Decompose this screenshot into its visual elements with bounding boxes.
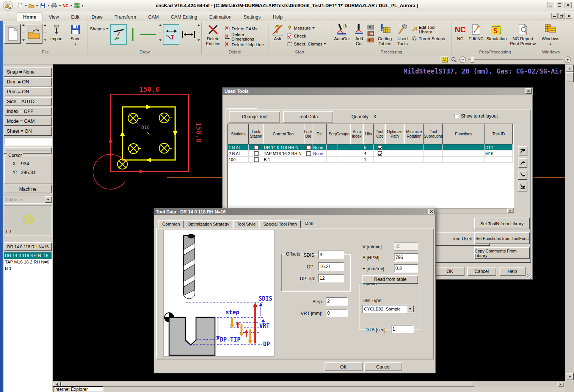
sheet-clamps-button[interactable]: Sheet, Clamps [286,40,327,47]
tab-special-tool-path[interactable]: Special Tool Path [259,220,301,228]
set-functions-from-toolfunc-button[interactable]: Set Functions from ToolFunc [474,232,530,244]
table-row[interactable]: 100 B 1 1 [228,157,513,163]
open-icon[interactable] [28,2,35,9]
move-top-button[interactable] [518,146,527,156]
punch-machine-icon-3[interactable] [367,37,374,43]
combo-dropdown-icon[interactable] [45,196,52,203]
read-from-table-button[interactable]: Read from table [362,275,418,284]
turret-setups-button[interactable]: Turret Setups [411,35,451,42]
column-header[interactable]: Current Tool [263,124,304,144]
master-combobox[interactable]: 0 Master [4,196,52,204]
draw-vertical-line-button[interactable] [128,24,137,45]
tab-drill[interactable]: Drill [301,219,317,228]
snap-toggle-button[interactable]: Snap = None [4,67,52,77]
dimension-horizontal-button[interactable] [180,24,196,45]
proc-toggle-button[interactable]: Proc = ON [4,87,52,96]
open-button[interactable] [26,24,42,44]
scroll-right-button[interactable] [557,382,564,387]
tab-cam[interactable]: CAM [142,13,165,21]
column-header[interactable]: Tool ID [485,124,513,144]
current-tool-button[interactable]: DR 14 0 118 RH N=16 [4,242,52,251]
draw-line-button[interactable] [110,24,127,45]
column-header[interactable]: Tool Subroutine [424,124,443,144]
warning-smiley-button[interactable] [441,56,448,63]
dim-toggle-button[interactable]: Dim. = ON [4,77,52,86]
column-header[interactable]: Hits [363,124,374,144]
dp-input[interactable] [318,262,344,271]
nc-button[interactable]: NC NC [453,23,468,47]
machine-button[interactable]: Machine [4,185,52,193]
nc-quick-button[interactable]: NC [62,2,69,9]
mdi-minimize-button[interactable] [551,13,558,19]
tab-tool-style[interactable]: Tool Style [233,220,260,228]
tool-data-close-button[interactable] [428,209,434,214]
minimize-button[interactable] [547,2,554,8]
tab-transform[interactable]: Transform [108,13,142,21]
edit-nc-button[interactable]: Edit NC [468,23,485,47]
mode-toggle-button[interactable]: Mode = CAM [4,117,52,126]
draw-spinner-2[interactable] [197,23,201,42]
used-tools-titlebar[interactable]: Used Tools [223,88,533,95]
tab-estimation[interactable]: Estimation [203,13,237,21]
column-header[interactable]: Minimize Rotation [404,124,424,144]
index-toggle-button[interactable]: Index = OFF [4,107,52,116]
resize-grip[interactable] [527,274,532,279]
tool-list-item[interactable]: TAP M16 16 2 RH N=6 [4,259,52,265]
column-header[interactable]: Optimize Path [385,124,404,144]
tool-data-titlebar[interactable]: Tool Data - DR 14 0 118 RH N=16 [154,208,436,215]
move-bottom-button[interactable] [518,182,527,191]
tab-help[interactable]: Help [267,13,289,21]
change-tool-button[interactable]: Change Tool [229,111,280,122]
shapes-button[interactable]: Shapes [89,25,110,32]
column-header[interactable]: Grouped [337,124,350,144]
open-spinner[interactable] [43,23,47,42]
drill-type-combobox[interactable]: CYCLE82_Sample [362,305,414,313]
horizontal-scroll-thumb[interactable] [61,382,474,387]
save-icon[interactable] [39,2,46,9]
new-dropdown-icon[interactable] [25,5,27,6]
tab-cam-editing[interactable]: CAM Editing [165,13,203,21]
move-up-button[interactable] [518,158,527,168]
scroll-up-button[interactable] [566,65,574,72]
used-tools-close-button[interactable] [525,88,532,94]
save-dropdown-icon[interactable] [47,5,50,6]
measure-button[interactable]: Measure [286,24,327,31]
tab-view[interactable]: View [43,13,65,21]
zoom-tool-button[interactable] [450,56,458,63]
column-header[interactable]: Auto Index [350,124,363,144]
new-button[interactable] [4,24,21,44]
horizontal-scrollbar[interactable] [53,381,565,387]
delete-cams-button[interactable]: Delete CAMs [224,25,267,32]
used-tools-help-button[interactable]: Help [499,267,525,276]
vrt-input[interactable] [326,309,348,317]
zoom-in-button[interactable]: + [565,56,571,63]
tab-draw[interactable]: Draw [85,13,108,21]
scroll-down-button[interactable] [566,373,574,380]
add-cut-button[interactable]: Add Cut [352,23,367,47]
show-turret-checkbox[interactable]: Show turret layout [455,113,498,119]
maximize-button[interactable] [556,2,563,8]
delete-dimensions-button[interactable]: Delete Dimensions [224,33,267,40]
mdi-restore-button[interactable] [558,13,565,19]
autocut-button[interactable]: AutoCut [332,23,352,47]
vertical-scrollbar[interactable] [565,64,574,381]
used-tools-ok-button[interactable]: OK [435,267,464,276]
save-button[interactable]: Save [66,23,85,47]
tab-home[interactable]: Home [17,13,43,21]
sheet-toggle-button[interactable]: Sheet = ON [4,127,52,136]
punch-machine-icon-1[interactable] [367,24,374,30]
step-input[interactable] [326,297,348,306]
draw-spinner-1[interactable] [158,23,162,42]
qat-more-icon[interactable]: ▾ [82,3,83,8]
dptip-input[interactable] [318,274,344,282]
column-header[interactable]: Stations [228,124,249,144]
vertical-scroll-thumb[interactable] [566,72,574,82]
tab-optimization-strategy[interactable]: Optimization Strategy [184,220,233,228]
tool-data-ok-button[interactable]: OK [325,362,362,371]
delete-help-line-button[interactable]: Delete Help Line [224,41,267,48]
table-row[interactable]: 2 B AI TAP M16 16 2 RH N None 4 M16 [228,151,513,157]
sdis-input[interactable] [318,251,344,259]
column-header[interactable]: Functions [443,124,485,144]
mdi-close-button[interactable] [566,13,572,19]
s-input[interactable] [394,253,418,262]
